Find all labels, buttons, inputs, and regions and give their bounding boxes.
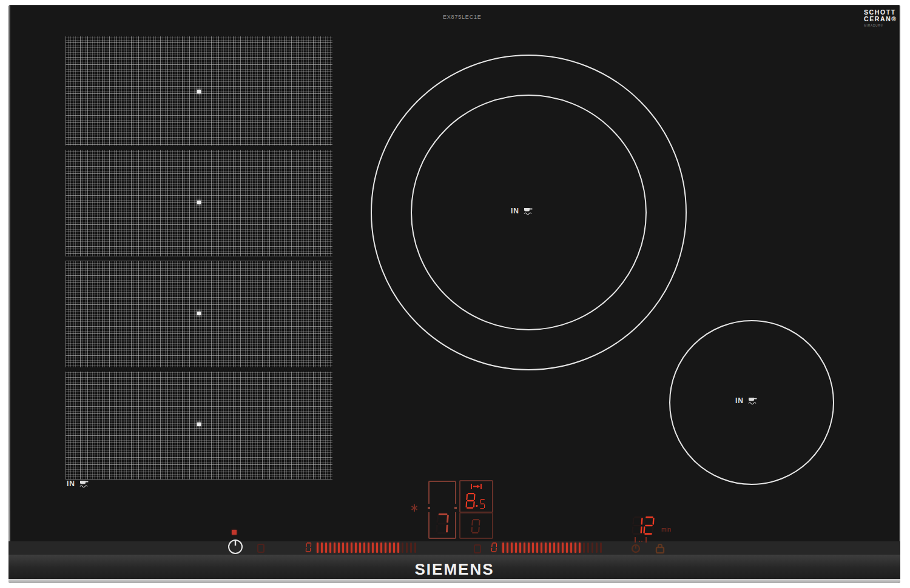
hob-right-edge xyxy=(899,5,900,583)
hob-left-edge xyxy=(8,5,10,583)
display-notch xyxy=(453,504,458,512)
flex-zone-centre-dot xyxy=(197,90,201,93)
power-slider-right[interactable] xyxy=(502,543,602,553)
slider-left-zero-digit xyxy=(305,543,311,552)
hob-top-edge xyxy=(8,5,900,5)
zone-secondary-display[interactable] xyxy=(459,512,493,539)
timer-unit-label: min xyxy=(661,526,671,533)
move-pot-indicator-icon xyxy=(471,484,482,489)
flex-zone-divider xyxy=(66,145,332,150)
schott-badge-line2: CERAN® xyxy=(864,16,897,22)
slider-right-zero-digit xyxy=(491,543,497,552)
bottom-metal-edge xyxy=(8,579,900,583)
pan-detect-label: IN xyxy=(67,479,75,488)
induction-hob: EX875LEC1E SCHOTT CERAN® MIRADUR® IN IN xyxy=(8,5,900,583)
flex-zone-pattern xyxy=(66,36,332,479)
timer-indicator-icon xyxy=(635,537,647,543)
schott-ceran-badge: SCHOTT CERAN® MIRADUR® xyxy=(864,9,897,27)
power-function-indicator-icon xyxy=(411,504,418,512)
pan-detect-label: IN xyxy=(511,207,519,215)
zone-level-display[interactable] xyxy=(459,480,493,513)
power-slider-left[interactable] xyxy=(317,543,416,553)
flex-zone-divider xyxy=(66,367,332,372)
flex-zone-centre-dot xyxy=(197,312,201,315)
pan-detect-icon xyxy=(747,397,758,405)
timer-digits[interactable] xyxy=(632,516,655,535)
pan-detect-label: IN xyxy=(735,396,744,405)
large-zone-pan-label: IN xyxy=(511,207,533,215)
zone-select-key-icon[interactable] xyxy=(473,544,482,553)
control-band xyxy=(8,541,900,555)
flex-zone-centre-dot xyxy=(197,423,201,426)
flex-zone-divider xyxy=(66,256,332,261)
small-zone-pan-label: IN xyxy=(735,396,758,405)
power-on-indicator-dot xyxy=(232,530,237,535)
model-number-print: EX875LEC1E xyxy=(443,14,482,20)
siemens-logo: SIEMENS xyxy=(8,560,900,579)
schott-badge-subtext: MIRADUR® xyxy=(864,24,897,27)
zone-secondary-digits xyxy=(471,519,480,533)
product-photo-stage: EX875LEC1E SCHOTT CERAN® MIRADUR® IN IN xyxy=(0,0,910,588)
pan-detect-icon xyxy=(79,480,89,488)
flex-zone-level-display[interactable] xyxy=(428,481,456,539)
zone-level-digits xyxy=(465,493,486,509)
pan-detect-icon xyxy=(523,207,533,215)
timer-key-icon[interactable] xyxy=(631,543,641,554)
cleaning-lock-key-icon[interactable] xyxy=(655,543,665,554)
flex-zone-pan-label: IN xyxy=(67,479,89,488)
display-notch xyxy=(426,504,431,512)
power-button-icon[interactable] xyxy=(226,537,244,555)
zone-select-key-icon[interactable] xyxy=(257,544,265,553)
flex-zone-centre-dot xyxy=(197,201,201,204)
flex-level-digits xyxy=(436,513,449,534)
